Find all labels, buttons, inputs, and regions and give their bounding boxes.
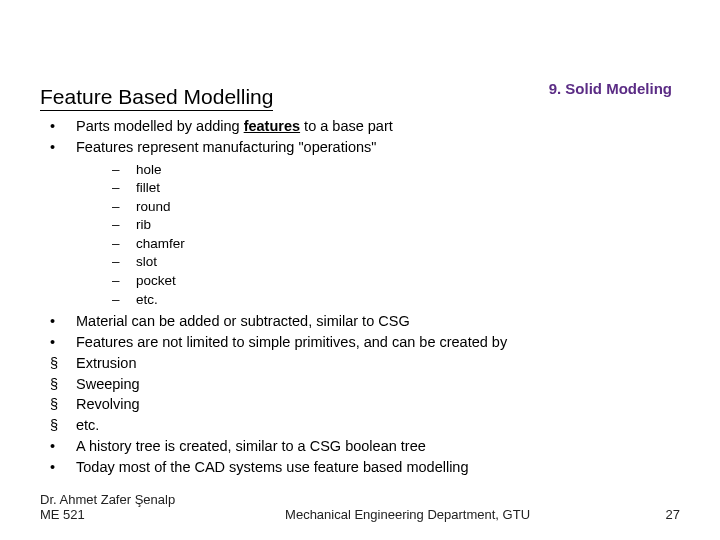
item-text: round xyxy=(136,198,672,216)
list-item: §Extrusion xyxy=(48,354,672,373)
item-text: A history tree is created, similar to a … xyxy=(76,437,672,456)
footer-course: ME 521 xyxy=(40,507,175,522)
list-item: •Features are not limited to simple prim… xyxy=(48,333,672,352)
text-fragment: to a base part xyxy=(300,118,393,134)
bullet-dot-icon: • xyxy=(48,458,76,477)
slide-content: • Parts modelled by adding features to a… xyxy=(48,115,672,477)
bullet-dash-icon: – xyxy=(112,161,136,179)
text-fragment: Parts modelled by adding xyxy=(76,118,244,134)
bullet-square-icon: § xyxy=(48,416,76,435)
item-text: Features are not limited to simple primi… xyxy=(76,333,672,352)
list-item: §Sweeping xyxy=(48,375,672,394)
list-item: –rib xyxy=(112,216,672,234)
list-item: §etc. xyxy=(48,416,672,435)
item-text: rib xyxy=(136,216,672,234)
item-text: Extrusion xyxy=(76,354,672,373)
list-item: –chamfer xyxy=(112,235,672,253)
bullet-square-icon: § xyxy=(48,375,76,394)
item-text: Material can be added or subtracted, sim… xyxy=(76,312,672,331)
bullet-dot-icon: • xyxy=(48,437,76,456)
list-item: •A history tree is created, similar to a… xyxy=(48,437,672,456)
bullet-dash-icon: – xyxy=(112,198,136,216)
slide-footer: Dr. Ahmet Zafer Şenalp ME 521 Mechanical… xyxy=(40,492,680,522)
list-item: –fillet xyxy=(112,179,672,197)
text-underline: features xyxy=(244,118,300,134)
page-number: 27 xyxy=(640,507,680,522)
item-text: Sweeping xyxy=(76,375,672,394)
bullet-square-icon: § xyxy=(48,395,76,414)
list-item: • Features represent manufacturing "oper… xyxy=(48,138,672,157)
list-item: §Revolving xyxy=(48,395,672,414)
item-text: etc. xyxy=(136,291,672,309)
bullet-dash-icon: – xyxy=(112,291,136,309)
list-item: • Parts modelled by adding features to a… xyxy=(48,117,672,136)
bullet-dash-icon: – xyxy=(112,216,136,234)
bullet-dash-icon: – xyxy=(112,253,136,271)
slide-title: Feature Based Modelling xyxy=(40,85,273,111)
footer-department: Mechanical Engineering Department, GTU xyxy=(175,507,640,522)
bullet-dot-icon: • xyxy=(48,117,76,136)
item-text: chamfer xyxy=(136,235,672,253)
footer-author: Dr. Ahmet Zafer Şenalp xyxy=(40,492,175,507)
item-text: fillet xyxy=(136,179,672,197)
list-item: •Material can be added or subtracted, si… xyxy=(48,312,672,331)
item-text: slot xyxy=(136,253,672,271)
bullet-dash-icon: – xyxy=(112,235,136,253)
bullet-dash-icon: – xyxy=(112,179,136,197)
bullet-dot-icon: • xyxy=(48,333,76,352)
bullet-dash-icon: – xyxy=(112,272,136,290)
item-text: Today most of the CAD systems use featur… xyxy=(76,458,672,477)
item-text: pocket xyxy=(136,272,672,290)
list-item: –hole xyxy=(112,161,672,179)
list-item: –pocket xyxy=(112,272,672,290)
bullet-dot-icon: • xyxy=(48,138,76,157)
footer-author-block: Dr. Ahmet Zafer Şenalp ME 521 xyxy=(40,492,175,522)
item-text: Revolving xyxy=(76,395,672,414)
chapter-label: 9. Solid Modeling xyxy=(549,80,672,97)
list-item: •Today most of the CAD systems use featu… xyxy=(48,458,672,477)
list-item: –etc. xyxy=(112,291,672,309)
bullet-square-icon: § xyxy=(48,354,76,373)
item-text: Features represent manufacturing "operat… xyxy=(76,138,672,157)
list-item: –round xyxy=(112,198,672,216)
item-text: Parts modelled by adding features to a b… xyxy=(76,117,672,136)
item-text: etc. xyxy=(76,416,672,435)
item-text: hole xyxy=(136,161,672,179)
bullet-dot-icon: • xyxy=(48,312,76,331)
list-item: –slot xyxy=(112,253,672,271)
sublist: –hole –fillet –round –rib –chamfer –slot… xyxy=(112,161,672,308)
